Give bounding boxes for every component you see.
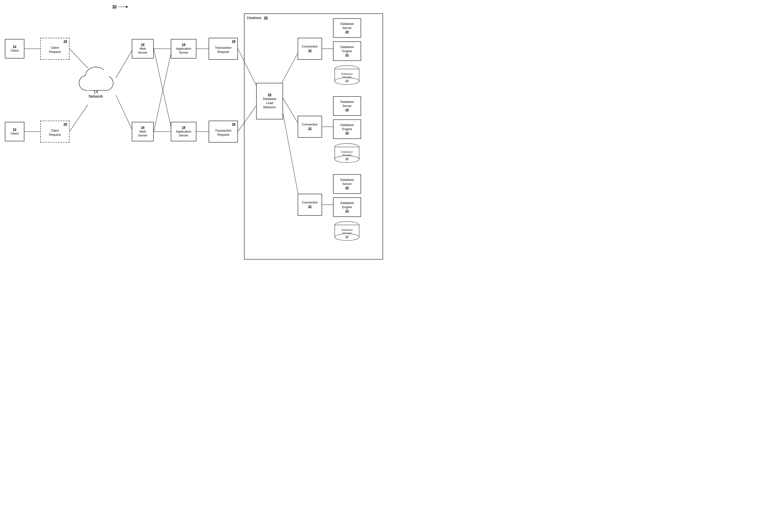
webserver1-num: 16 bbox=[141, 43, 144, 47]
appserver2-num: 18 bbox=[182, 126, 185, 130]
client2-box: 12 Client bbox=[5, 122, 24, 141]
svg-marker-21 bbox=[126, 6, 128, 8]
request2-box: 28 ClientRequest bbox=[40, 121, 69, 143]
client1-num: 12 bbox=[13, 45, 16, 49]
dbengine1-box: DatabaseEngine 22 bbox=[333, 41, 361, 61]
dbengine3-box: DatabaseEngine 22 bbox=[333, 197, 361, 217]
title-num: 30 bbox=[112, 5, 117, 9]
dbstorage1-cyl: Database Storage 24 bbox=[334, 65, 360, 85]
lb-label: DatabaseLoadBalancer bbox=[263, 97, 277, 109]
appserver1-label: ApplicationServer bbox=[176, 47, 191, 55]
client1-label: Client bbox=[10, 49, 19, 53]
diagram: 30 12 Client 12 Client 28 ClientRequest … bbox=[0, 0, 385, 266]
request2-label: ClientRequest bbox=[49, 129, 61, 137]
svg-text:Storage: Storage bbox=[342, 76, 352, 78]
dbstorage3-cyl: Database Storage 24 bbox=[334, 221, 360, 241]
client1-box: 12 Client bbox=[5, 39, 24, 58]
dbserver2-label: DatabaseServer bbox=[340, 100, 354, 108]
conn1-num: 32 bbox=[308, 49, 312, 53]
dbserver1-label: DatabaseServer bbox=[340, 22, 354, 30]
svg-text:Database: Database bbox=[341, 72, 353, 75]
appserver2-box: 18 ApplicationServer bbox=[171, 122, 197, 141]
svg-text:Storage: Storage bbox=[342, 154, 352, 156]
dbengine3-num: 22 bbox=[345, 209, 349, 213]
conn1-label: Connection bbox=[302, 45, 318, 49]
diagram-title: 30 bbox=[112, 4, 128, 9]
dbstorage2-cyl: Database Storage 24 bbox=[334, 143, 360, 163]
webserver2-box: 16 WebServer bbox=[132, 122, 154, 141]
webserver1-label: WebServer bbox=[138, 47, 147, 55]
dbserver3-label: DatabaseServer bbox=[340, 178, 354, 186]
conn2-num: 32 bbox=[308, 127, 312, 131]
appserver1-num: 18 bbox=[182, 43, 185, 47]
conn1-box: Connection 32 bbox=[298, 38, 322, 60]
db25-num: 25 bbox=[264, 16, 268, 20]
txreq1-num: 29 bbox=[232, 39, 236, 44]
dbserver2-box: DatabaseServer 20 bbox=[333, 96, 361, 116]
dbengine2-box: DatabaseEngine 22 bbox=[333, 119, 361, 139]
svg-text:24: 24 bbox=[346, 235, 349, 238]
dbserver3-box: DatabaseServer 20 bbox=[333, 174, 361, 194]
db25-label: Database bbox=[247, 16, 262, 20]
client2-num: 12 bbox=[13, 127, 16, 132]
txreq2-num: 29 bbox=[232, 122, 236, 126]
svg-text:Storage: Storage bbox=[342, 232, 352, 234]
appserver2-label: ApplicationServer bbox=[176, 130, 191, 138]
svg-text:24: 24 bbox=[346, 157, 349, 160]
conn3-num: 32 bbox=[308, 205, 312, 209]
conn3-label: Connection bbox=[302, 201, 318, 205]
webserver2-num: 16 bbox=[141, 126, 144, 130]
svg-text:Database: Database bbox=[341, 228, 353, 231]
client2-label: Client bbox=[10, 132, 19, 136]
txreq2-label: TransactionRequest bbox=[215, 129, 231, 137]
dbserver2-num: 20 bbox=[345, 108, 349, 112]
loadbalancer-box: 26 DatabaseLoadBalancer bbox=[256, 83, 283, 119]
conn2-label: Connection bbox=[302, 123, 318, 127]
svg-line-4 bbox=[116, 49, 133, 78]
txreq1-label: TransactionRequest bbox=[215, 46, 231, 54]
network-label: Network bbox=[88, 94, 103, 98]
network-num: 14 bbox=[94, 90, 98, 94]
txreq1-box: 29 TransactionRequest bbox=[209, 38, 238, 60]
svg-line-5 bbox=[116, 95, 133, 132]
dbengine2-label: DatabaseEngine bbox=[340, 123, 354, 131]
request2-num: 28 bbox=[64, 122, 67, 126]
conn2-box: Connection 32 bbox=[298, 116, 322, 138]
svg-line-7 bbox=[154, 49, 172, 132]
svg-line-3 bbox=[69, 105, 88, 132]
request1-box: 28 ClientRequest bbox=[40, 38, 69, 60]
conn3-box: Connection 32 bbox=[298, 194, 322, 216]
dbserver3-num: 20 bbox=[345, 186, 349, 190]
network-cloud: 14 Network bbox=[76, 62, 116, 105]
lb-num: 26 bbox=[268, 93, 271, 97]
dbengine1-label: DatabaseEngine bbox=[340, 45, 354, 53]
appserver1-box: 18 ApplicationServer bbox=[171, 39, 197, 58]
webserver1-box: 16 WebServer bbox=[132, 39, 154, 58]
request1-label: ClientRequest bbox=[49, 46, 61, 54]
dbserver1-box: DatabaseServer 20 bbox=[333, 18, 361, 38]
dbengine3-label: DatabaseEngine bbox=[340, 201, 354, 209]
webserver2-label: WebServer bbox=[138, 130, 147, 138]
request1-num: 28 bbox=[64, 39, 67, 44]
svg-text:Database: Database bbox=[341, 150, 353, 153]
svg-line-8 bbox=[154, 49, 172, 132]
txreq2-box: 29 TransactionRequest bbox=[209, 121, 238, 143]
dbengine2-num: 22 bbox=[345, 131, 349, 135]
svg-text:24: 24 bbox=[346, 79, 349, 82]
dbengine1-num: 22 bbox=[345, 53, 349, 57]
dbserver1-num: 20 bbox=[345, 30, 349, 34]
